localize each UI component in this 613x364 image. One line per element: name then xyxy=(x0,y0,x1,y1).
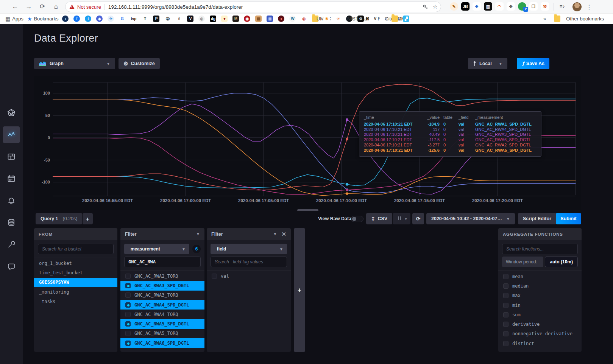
extension-icon[interactable]: ▥ xyxy=(484,2,492,11)
apps-grid-icon[interactable]: ▦ xyxy=(5,16,10,22)
back-icon[interactable]: ← xyxy=(10,2,20,12)
bookmark-favicon[interactable]: V xyxy=(187,16,193,22)
measurement-list-item[interactable]: GNC_AC_RWA6_SPD_DGTL xyxy=(120,338,204,348)
extension-icon[interactable]: ◠ xyxy=(495,2,504,11)
extension-icon[interactable]: JB xyxy=(461,2,469,11)
home-icon[interactable]: ⌂ xyxy=(51,2,61,12)
field-search-input[interactable]: Search _field tag values xyxy=(211,257,287,267)
visualization-type-dropdown[interactable]: Graph ▼ xyxy=(34,58,115,69)
submit-button[interactable]: Submit xyxy=(556,213,581,224)
query-tab[interactable]: Query 1(0.20s) xyxy=(36,213,82,224)
view-raw-data-toggle[interactable] xyxy=(351,216,363,222)
bookmarks-label[interactable]: Bookmarks xyxy=(34,16,58,22)
bucket-list-item[interactable]: GOESSOPSYAW xyxy=(34,278,117,287)
function-list-item[interactable]: max xyxy=(498,291,582,300)
bookmark-favicon[interactable]: G xyxy=(119,16,125,22)
function-list-item[interactable]: median xyxy=(498,281,582,291)
measurement-search-input[interactable]: GNC_AC_RWA xyxy=(124,257,201,267)
save-as-button[interactable]: Save As xyxy=(517,58,549,69)
bookmark-favicon[interactable]: SNIST Stats xyxy=(346,16,353,22)
extension-icon[interactable]: ●2 xyxy=(518,2,526,11)
bookmark-favicon[interactable]: W xyxy=(289,16,296,22)
bookmarks-star-icon[interactable]: ★ xyxy=(27,16,32,22)
timezone-dropdown[interactable]: Local ▼ xyxy=(468,58,507,69)
window-period-value[interactable]: auto (10m) xyxy=(545,257,578,267)
script-editor-button[interactable]: Script Editor xyxy=(518,213,556,224)
extension-icon[interactable]: ❖ xyxy=(473,2,481,11)
bookmark-favicon[interactable]: dg xyxy=(210,16,216,22)
bucket-list-item[interactable]: time_test_bucket xyxy=(34,268,117,277)
tag-key-dropdown[interactable]: _field▼ xyxy=(211,244,287,254)
bookmark-favicon[interactable]: ◎ xyxy=(198,16,205,22)
bookmark-favicon[interactable]: ▦ xyxy=(267,16,273,22)
function-list-item[interactable]: mean xyxy=(498,272,582,281)
extension-icon[interactable]: ✥ xyxy=(507,2,515,11)
customize-button[interactable]: ⚙ Customize xyxy=(119,58,160,69)
measurement-list-item[interactable]: GNC_AC_RWA3_TORQ xyxy=(120,291,204,300)
extension-icon[interactable]: ✎ xyxy=(450,2,458,11)
measurement-list-item[interactable]: GNC_AC_RWA4_TORQ xyxy=(120,310,204,319)
measurement-list-item[interactable]: GNC_AC_RWA5_TORQ xyxy=(120,329,204,338)
bookmark-favicon[interactable]: ● xyxy=(278,16,284,22)
bookmark-favicon[interactable]: ◆ xyxy=(96,16,103,22)
apps-label[interactable]: Apps xyxy=(12,16,23,22)
measurement-list-item[interactable]: GNC_AC_RWA5_SPD_DGTL xyxy=(120,319,204,328)
tag-key-dropdown[interactable]: _measurement▼ xyxy=(124,244,189,254)
csv-download-button[interactable]: ↧CSV xyxy=(366,213,392,224)
bookmark-favicon[interactable]: ◉ xyxy=(244,16,250,22)
bookmark-favicon[interactable]: ✈ xyxy=(108,16,114,22)
bookmark-favicon[interactable]: ℓ xyxy=(176,16,182,22)
function-list-item[interactable]: derivative xyxy=(498,319,582,329)
reading-list-icon[interactable]: ≡♪ xyxy=(560,3,565,9)
bookmark-favicon[interactable]: tvp xyxy=(130,16,137,22)
bookmark-favicon[interactable]: T xyxy=(142,16,148,22)
bookmark-favicon[interactable]: CMC xyxy=(392,16,398,22)
address-bar[interactable]: Not secure 192.168.1.111:9999/orgs/8983d… xyxy=(65,2,441,12)
bookmark-favicon[interactable]: ▼ xyxy=(221,16,228,22)
sidebar-item-dashboards[interactable] xyxy=(3,148,20,165)
bookmark-favicon[interactable]: f xyxy=(73,16,80,22)
horizontal-scrollbar-thumb[interactable] xyxy=(297,209,318,211)
bookmarks-overflow-chevron[interactable]: » xyxy=(543,16,546,22)
add-filter-card[interactable]: + xyxy=(294,228,305,352)
bookmark-favicon[interactable]: ✳ xyxy=(323,16,330,22)
measurement-list-item[interactable]: GNC_AC_RWA3_SPD_DGTL xyxy=(120,281,204,290)
time-range-dropdown[interactable]: 2020-04-05 10:42 - 2020-04-07…▼ xyxy=(426,213,515,224)
sidebar-item-influxdb-logo[interactable] xyxy=(3,104,20,121)
bookmark-favicon[interactable]: VCitefast xyxy=(380,16,387,22)
bucket-list-item[interactable]: _tasks xyxy=(34,297,117,306)
forward-icon[interactable]: → xyxy=(23,2,34,12)
add-query-button[interactable]: + xyxy=(83,213,93,224)
measurement-list-item[interactable]: GNC_AC_RWA4_SPD_DGTL xyxy=(120,300,204,310)
bookmark-favicon[interactable]: Ⓖ xyxy=(164,16,171,22)
sidebar-item-data-explorer[interactable] xyxy=(3,126,20,143)
other-bookmarks-label[interactable]: Other bookmarks xyxy=(566,16,604,22)
refresh-button[interactable]: ⟳ xyxy=(412,213,424,224)
bookmark-favicon[interactable]: t xyxy=(85,16,91,22)
sidebar-item-feedback[interactable] xyxy=(3,258,20,275)
browser-menu-icon[interactable]: ⋮ xyxy=(586,3,592,11)
bucket-list-item[interactable]: org_1_bucket xyxy=(34,258,117,268)
close-icon[interactable]: ✕ xyxy=(281,231,286,238)
sidebar-item-monitoring-alerts[interactable] xyxy=(3,192,20,209)
sidebar-item-tasks[interactable] xyxy=(3,170,20,187)
function-search-input[interactable]: Search functions... xyxy=(502,244,578,254)
sidebar-item-settings[interactable] xyxy=(3,236,20,253)
bookmark-favicon[interactable]: UMBC xyxy=(312,16,318,22)
bookmark-favicon[interactable]: ▞ xyxy=(403,16,409,22)
extension-icon[interactable]: ❒ xyxy=(529,2,538,11)
key-icon[interactable] xyxy=(423,4,428,10)
bookmark-favicon[interactable]: P xyxy=(153,16,159,22)
chevron-down-icon[interactable]: ▼ xyxy=(196,232,200,236)
field-list-item[interactable]: val xyxy=(207,271,291,281)
bookmark-favicon[interactable]: ⚙ xyxy=(357,16,364,22)
bookmark-favicon[interactable]: M xyxy=(232,16,239,22)
measurement-list-item[interactable]: GNC_AC_RWA2_TORQ xyxy=(120,271,204,281)
function-list-item[interactable]: distinct xyxy=(498,339,582,348)
reload-icon[interactable]: ⟳ xyxy=(37,2,48,12)
profile-avatar[interactable] xyxy=(572,2,582,11)
pause-button[interactable]: ▼ xyxy=(393,213,410,224)
bucket-search-input[interactable]: Search for a bucket xyxy=(38,244,114,254)
function-list-item[interactable]: nonnegative derivative xyxy=(498,329,582,339)
function-list-item[interactable]: sum xyxy=(498,310,582,319)
